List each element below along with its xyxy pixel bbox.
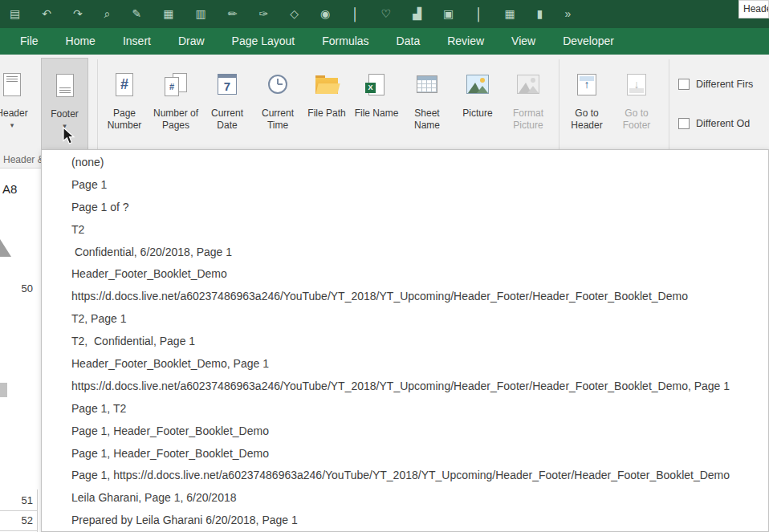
current-time-label: Current Time [253, 108, 303, 132]
footer-option[interactable]: Header_Footer_Booklet_Demo [42, 263, 768, 286]
header-button[interactable]: Header ▾ [0, 58, 35, 164]
page-number-label: Page Number [100, 108, 149, 132]
picture-icon [466, 75, 489, 94]
header-icon [3, 73, 21, 96]
ink-icon[interactable]: ✑ [258, 0, 268, 28]
window-title-fragment: Heade [738, 0, 769, 18]
footer-option[interactable]: https://d.docs.live.net/a60237486963a246… [42, 376, 768, 398]
redo-icon[interactable]: ↷ [73, 0, 83, 28]
format-painter-icon[interactable]: ✎ [132, 0, 142, 28]
go-to-footer-button: ↓ Go to Footer [612, 58, 661, 164]
table-icon[interactable]: ▦ [163, 0, 173, 28]
go-to-footer-icon: ↓ [627, 74, 646, 95]
picture-button[interactable]: Picture [454, 58, 502, 164]
footer-option[interactable]: T2 [42, 219, 768, 242]
sheet-object-fragment [0, 383, 7, 397]
sheet-shape-fragment [0, 239, 11, 257]
footer-button-label: Footer [42, 108, 87, 120]
current-date-label: Current Date [203, 108, 251, 132]
different-first-page-checkbox[interactable]: Different Firs [678, 79, 753, 90]
file-path-button[interactable]: File Path [303, 58, 350, 164]
footer-option[interactable]: https://d.docs.live.net/a60237486963a246… [42, 286, 768, 308]
go-to-footer-label: Go to Footer [612, 108, 661, 132]
checkbox-icon[interactable] [678, 79, 690, 90]
name-box[interactable]: A8 [2, 182, 17, 196]
pen-icon[interactable]: ✏ [228, 0, 238, 28]
footer-option-none[interactable]: (none) [42, 152, 768, 174]
footer-option[interactable]: Prepared by Leila Gharani 6/20/2018, Pag… [42, 510, 768, 532]
footer-option[interactable]: T2, Page 1 [42, 308, 768, 331]
number-of-pages-icon: # [165, 73, 187, 96]
sheet-name-button[interactable]: Sheet Name [401, 58, 453, 164]
grid-icon[interactable]: ▦ [505, 0, 515, 28]
row-header-51[interactable]: 51 [0, 491, 37, 511]
footer-option[interactable]: T2, Confidential, Page 1 [42, 331, 768, 353]
more-commands-icon[interactable]: » [565, 0, 572, 28]
row-header-52[interactable]: 52 [0, 511, 37, 531]
format-picture-button: Format Picture [502, 58, 555, 164]
current-time-button[interactable]: Current Time [253, 58, 303, 164]
folder-icon [315, 75, 338, 94]
footer-option[interactable]: Page 1 of ? [42, 197, 768, 219]
undo-icon[interactable]: ↶ [42, 0, 51, 28]
go-to-header-icon: ↑ [577, 74, 596, 95]
titlebar: ▤ ↶ ↷ ⌕ ✎ ▦ ▥ ✏ ✑ ◇ ◉ │ ♡ ▟ ▣ │ ▦ ▮ » He… [0, 0, 769, 28]
footer-option[interactable]: Header_Footer_Booklet_Demo, Page 1 [42, 353, 768, 376]
footer-dropdown-menu: (none) Page 1 Page 1 of ? T2 Confidentia… [41, 149, 769, 532]
tab-insert[interactable]: Insert [109, 28, 165, 55]
tab-home[interactable]: Home [52, 28, 109, 55]
footer-button[interactable]: Footer ▾ [41, 58, 88, 164]
calendar-icon: 7 [218, 74, 237, 95]
bar-chart-icon[interactable]: ▮ [537, 0, 543, 28]
tab-formulas[interactable]: Formulas [308, 28, 382, 55]
tab-review[interactable]: Review [433, 28, 498, 55]
excel-file-icon: X [368, 74, 384, 95]
mouse-cursor-icon [63, 127, 79, 145]
go-to-header-button[interactable]: ↑ Go to Header [562, 58, 612, 164]
sheet-grid-icon [417, 75, 437, 93]
footer-option[interactable]: Page 1 [42, 174, 768, 197]
row-header-50[interactable]: 50 [0, 282, 37, 294]
tab-data[interactable]: Data [383, 28, 434, 55]
different-odd-even-checkbox[interactable]: Different Od [678, 118, 750, 129]
footer-option[interactable]: Page 1, https://d.docs.live.net/a6023748… [42, 465, 768, 487]
go-to-header-label: Go to Header [562, 108, 612, 132]
chevron-down-icon: ▾ [10, 121, 14, 129]
number-of-pages-label: Number of Pages [149, 108, 202, 132]
search-icon[interactable]: ⌕ [104, 0, 111, 28]
tab-draw[interactable]: Draw [165, 28, 218, 55]
footer-option[interactable]: Leila Gharani, Page 1, 6/20/2018 [42, 487, 768, 510]
group-separator [559, 59, 559, 157]
favorite-icon[interactable]: ♡ [381, 0, 392, 28]
footer-option[interactable]: Page 1, T2 [42, 398, 768, 420]
format-picture-label: Format Picture [502, 108, 555, 132]
tab-view[interactable]: View [498, 28, 549, 55]
gridline [37, 489, 38, 532]
column-chart-icon[interactable]: ▟ [413, 0, 421, 28]
page-number-icon: # [116, 73, 133, 96]
tab-page-layout[interactable]: Page Layout [218, 28, 309, 55]
worksheet-edge: A8 50 51 52 [0, 169, 42, 532]
footer-option[interactable]: Page 1, Header_Footer_Booklet_Demo [42, 420, 768, 443]
footer-option[interactable]: Page 1, Header_Footer_Booklet_Demo [42, 443, 768, 465]
header-button-label: Header [0, 108, 35, 120]
camera-icon[interactable]: ◉ [320, 0, 330, 28]
ribbon-tab-bar: File Home Insert Draw Page Layout Formul… [0, 28, 769, 55]
shapes-icon[interactable]: ◇ [290, 0, 299, 28]
chart-icon[interactable]: ▥ [196, 0, 206, 28]
checkbox-icon[interactable] [678, 118, 690, 129]
toolbar-separator: │ [352, 7, 359, 21]
tab-file[interactable]: File [6, 28, 52, 55]
file-name-button[interactable]: X File Name [352, 58, 401, 164]
ribbon-group-label: Header & [3, 154, 44, 165]
sheet-name-label: Sheet Name [401, 108, 453, 132]
quick-access-toolbar: ▤ ↶ ↷ ⌕ ✎ ▦ ▥ ✏ ✑ ◇ ◉ │ ♡ ▟ ▣ │ ▦ ▮ » [0, 0, 769, 28]
tab-developer[interactable]: Developer [549, 28, 628, 55]
page-number-button[interactable]: # Page Number [100, 58, 149, 164]
picture-label: Picture [454, 108, 502, 120]
number-of-pages-button[interactable]: # Number of Pages [149, 58, 202, 164]
current-date-button[interactable]: 7 Current Date [203, 58, 251, 164]
box-icon[interactable]: ▣ [443, 0, 454, 28]
footer-option[interactable]: Confidential, 6/20/2018, Page 1 [42, 242, 768, 264]
save-icon[interactable]: ▤ [10, 0, 20, 28]
